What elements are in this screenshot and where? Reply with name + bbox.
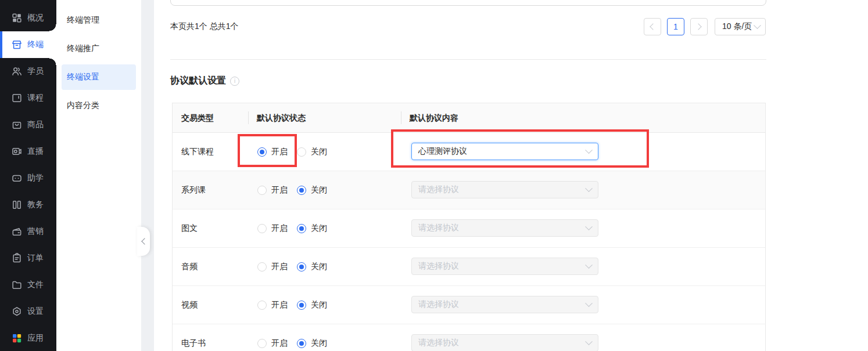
radio-circle [297, 186, 306, 195]
sidebar-item-overview[interactable]: 概况 [0, 5, 56, 31]
trade-type-label: 视频 [181, 286, 198, 324]
agreement-select: 请选择协议 [411, 296, 598, 313]
radio-label: 开启 [271, 147, 288, 157]
apps-icon [11, 332, 23, 344]
sidebar-item-label: 助学 [27, 173, 44, 183]
trade-type-label: 线下课程 [181, 133, 214, 171]
radio-label: 开启 [271, 223, 288, 234]
radio-circle [297, 147, 306, 157]
radio-open[interactable]: 开启 [257, 248, 288, 285]
folder-icon [11, 279, 23, 291]
sidebar-item-academic[interactable]: 教务 [0, 191, 56, 218]
bag-icon [11, 119, 23, 131]
radio-open[interactable]: 开启 [257, 324, 288, 351]
terminal-list-card-bottom [170, 0, 766, 6]
submenu-item-content-category[interactable]: 内容分类 [62, 93, 136, 118]
radio-close[interactable]: 关闭 [297, 248, 327, 285]
secondary-sidebar: 终端管理 终端推广 终端设置 内容分类 [56, 0, 141, 351]
primary-sidebar: 概况 终端 学员 课程 商品 直播 助学 [0, 0, 56, 351]
sidebar-item-settings[interactable]: 设置 [0, 298, 56, 325]
radio-label: 关闭 [311, 147, 327, 157]
table-row-series-course: 系列课 开启 关闭 请选择协议 [173, 171, 765, 209]
wallet-icon [11, 226, 23, 237]
select-placeholder: 请选择协议 [418, 184, 459, 195]
submenu-item-terminal-settings[interactable]: 终端设置 [62, 64, 136, 90]
list-summary: 本页共1个 总共1个 [170, 21, 238, 32]
agreement-select[interactable]: 心理测评协议 [411, 143, 598, 160]
agreement-select: 请选择协议 [411, 181, 598, 198]
radio-open[interactable]: 开启 [257, 171, 288, 209]
radio-close[interactable]: 关闭 [297, 286, 327, 324]
active-indicator-bar [0, 31, 2, 58]
sidebar-item-study-aid[interactable]: 助学 [0, 165, 56, 191]
page-size-value: 10 条/页 [722, 21, 752, 32]
info-icon[interactable]: i [230, 77, 239, 86]
sidebar-gutter [141, 0, 154, 351]
radio-circle [257, 262, 267, 272]
submenu-item-label: 终端推广 [67, 44, 99, 54]
radio-label: 开启 [271, 300, 288, 310]
sidebar-item-label: 终端 [27, 39, 44, 50]
sidebar-item-orders[interactable]: 订单 [0, 245, 56, 272]
radio-label: 关闭 [311, 300, 327, 310]
sidebar-item-products[interactable]: 商品 [0, 111, 56, 138]
chevron-down-icon [585, 299, 593, 307]
agreement-select: 请选择协议 [411, 258, 598, 275]
sidebar-item-label: 设置 [27, 306, 44, 317]
agreement-select: 请选择协议 [411, 219, 598, 237]
page-number: 1 [673, 22, 678, 31]
pagination-next-button[interactable] [690, 18, 708, 35]
table-row-image-text: 图文 开启 关闭 请选择协议 [173, 209, 765, 248]
sidebar-item-label: 教务 [27, 200, 44, 210]
trade-type-label: 音频 [181, 248, 198, 285]
radio-circle [297, 301, 306, 310]
radio-close[interactable]: 关闭 [297, 324, 327, 351]
sidebar-item-apps[interactable]: 应用 [0, 325, 56, 351]
pagination-prev-button[interactable] [644, 18, 661, 35]
radio-circle [297, 262, 306, 272]
store-icon [11, 39, 23, 50]
radio-close[interactable]: 关闭 [297, 209, 327, 247]
radio-open[interactable]: 开启 [257, 133, 288, 171]
sidebar-item-label: 营销 [27, 226, 44, 237]
radio-close[interactable]: 关闭 [297, 171, 327, 209]
sidebar-item-label: 直播 [27, 146, 44, 157]
sidebar-item-students[interactable]: 学员 [0, 58, 56, 85]
chevron-down-icon [754, 21, 761, 29]
clipboard-icon [11, 252, 23, 264]
radio-circle [257, 339, 267, 348]
trade-type-label: 系列课 [181, 171, 206, 209]
sidebar-item-terminal[interactable]: 终端 [0, 31, 56, 58]
radio-label: 关闭 [311, 185, 327, 196]
sidebar-item-live[interactable]: 直播 [0, 138, 56, 165]
chevron-down-icon [585, 223, 593, 230]
select-placeholder: 请选择协议 [418, 338, 459, 348]
sidebar-item-label: 商品 [27, 120, 44, 130]
radio-circle [257, 301, 267, 310]
sidebar-item-files[interactable]: 文件 [0, 272, 56, 298]
column-header-agreement-content: 默认协议内容 [410, 103, 458, 132]
agreement-settings-table: 交易类型 默认协议状态 默认协议内容 线下课程 开启 关闭 心理测评协议 系列课… [172, 103, 766, 351]
radio-circle [257, 186, 267, 195]
sidebar-item-courses[interactable]: 课程 [0, 85, 56, 111]
section-divider [170, 59, 766, 60]
radio-circle [297, 339, 306, 348]
radio-close[interactable]: 关闭 [297, 133, 327, 171]
submenu-item-terminal-promotion[interactable]: 终端推广 [62, 36, 136, 61]
chevron-left-icon [650, 23, 656, 30]
radio-label: 开启 [271, 262, 288, 272]
pagination-page-1-button[interactable]: 1 [667, 18, 684, 35]
chevron-down-icon [585, 261, 593, 269]
collapse-sidebar-handle[interactable] [137, 227, 150, 256]
radio-open[interactable]: 开启 [257, 286, 288, 324]
chevron-left-icon [141, 238, 148, 244]
page-size-select[interactable]: 10 条/页 [715, 18, 766, 35]
select-placeholder: 请选择协议 [418, 261, 459, 272]
sidebar-item-marketing[interactable]: 营销 [0, 218, 56, 245]
grid-icon [11, 12, 23, 24]
sidebar-item-label: 订单 [27, 253, 44, 263]
submenu-item-terminal-management[interactable]: 终端管理 [62, 8, 136, 33]
radio-open[interactable]: 开启 [257, 209, 288, 247]
submenu-item-label: 终端设置 [67, 72, 99, 82]
video-icon [11, 146, 23, 157]
